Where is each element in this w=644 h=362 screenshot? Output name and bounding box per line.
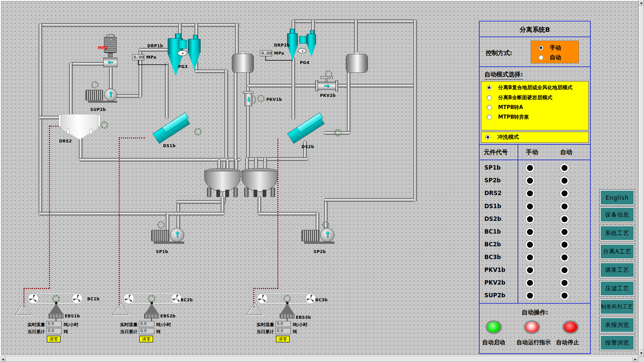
scroll-left-icon[interactable]: ◀ [0, 357, 6, 362]
flush-mode-radio[interactable] [485, 135, 490, 140]
pg3-valve-block[interactable] [178, 40, 187, 49]
nav-button-system-process[interactable]: 系统工艺 [600, 225, 635, 241]
auto-mode-option-1[interactable]: 分离B全断面硬岩层模式 [498, 95, 552, 101]
scale-funnel-icon [280, 304, 294, 314]
auto-radio-label[interactable]: 自动 [550, 54, 561, 61]
trace-line [119, 137, 120, 307]
sup2b-motor[interactable] [86, 90, 103, 101]
scroll-up-icon[interactable]: ▲ [639, 0, 644, 6]
pipe [292, 20, 417, 23]
drs2-tank[interactable] [61, 114, 98, 129]
pg4-valve[interactable] [298, 48, 307, 53]
nav-button-filter-press[interactable]: 压滤工艺 [600, 281, 635, 296]
hopper-icon [112, 302, 130, 316]
cyclone1b-body[interactable] [188, 39, 201, 53]
pg3-valve[interactable] [177, 50, 187, 56]
belt-line [262, 294, 311, 294]
auto-indicator [560, 291, 569, 300]
horizontal-scrollbar[interactable]: ◀ ▶ [0, 356, 638, 362]
auto-indicator [560, 164, 569, 172]
table-header-component: 元件代号 [484, 148, 508, 156]
pg4-valve-block[interactable] [299, 36, 307, 44]
tank1[interactable] [232, 54, 254, 73]
auto-mode-radio-1[interactable] [487, 95, 492, 100]
auto-mode-option-2[interactable]: MTPB转A [498, 104, 523, 111]
vertical-scrollbar[interactable]: ▲ ▼ [638, 0, 644, 356]
pipe [39, 23, 239, 26]
ds1b-label: DS1b [163, 143, 176, 148]
status-ring [52, 295, 60, 302]
sup2b-label: SUP2b [90, 107, 106, 112]
flow-label: 实时流量 [120, 322, 138, 328]
pipe [114, 95, 141, 98]
pipe [247, 105, 250, 161]
scale-drop-line [287, 318, 287, 321]
auto-operation-label: 自动操作: [480, 308, 590, 316]
clear-button[interactable]: 清零 [47, 336, 60, 342]
pkv2b-arrow-icon: → [324, 81, 330, 89]
auto-radio[interactable] [538, 55, 543, 60]
nav-button-english[interactable]: English [600, 190, 635, 205]
clear-button[interactable]: 清零 [140, 336, 153, 342]
pipe [355, 20, 358, 55]
auto-mode-option-0[interactable]: 分离B复合地层或全风化地层模式 [498, 84, 572, 91]
flow-value-field: 0.0 [46, 321, 62, 327]
tank2[interactable] [346, 54, 368, 73]
nav-button-report-view[interactable]: 表报浏览 [600, 317, 635, 333]
auto-stop-lamp[interactable] [563, 321, 578, 334]
pipe [234, 72, 237, 171]
total-unit: 吨 [293, 329, 297, 335]
conveyor-pulley-icon [305, 293, 316, 304]
auto-indicator [560, 253, 569, 262]
auto-mode-radio-0[interactable] [487, 85, 492, 90]
tank-leg [216, 190, 220, 197]
pipe [168, 212, 224, 215]
bc3b-label: BC3b [315, 298, 328, 302]
auto-indicator [560, 279, 569, 287]
manual-radio[interactable] [538, 45, 543, 50]
status-ring [91, 81, 99, 88]
mp2-valve-arrow-icon: ← [108, 58, 113, 66]
sp2b-label: SP2b [314, 249, 326, 254]
flush-mode-label[interactable]: 冲洗模式 [497, 134, 519, 141]
belt-line [33, 294, 77, 294]
scale-base [144, 313, 159, 318]
scroll-down-icon[interactable]: ▼ [639, 351, 644, 356]
pipe [165, 63, 168, 119]
pipe [79, 138, 82, 159]
clear-button[interactable]: 清零 [276, 336, 289, 342]
sp2b-motor[interactable] [302, 230, 320, 241]
auto-start-lamp[interactable] [486, 321, 501, 334]
scale-funnel-icon [145, 304, 158, 314]
horizontal-scroll-thumb[interactable] [6, 357, 633, 362]
nav-button-slurry-mixing[interactable]: 调浆工艺 [600, 262, 635, 278]
nav-button-slurry-agent[interactable]: 制浆药剂工艺 [600, 299, 635, 315]
auto-mode-radio-3[interactable] [487, 115, 492, 120]
status-ring [148, 295, 155, 302]
drs2-leg [90, 129, 92, 134]
pipe [235, 23, 238, 54]
tank-leg [263, 190, 266, 197]
pkv1b-label: PKV1b [266, 97, 282, 102]
sp1b-label: SP1b [156, 249, 168, 254]
nav-button-separation-a[interactable]: 分离A工艺 [600, 244, 635, 259]
table-row-label: BC2b [484, 241, 501, 248]
status-ring [101, 121, 108, 129]
scroll-right-icon[interactable]: ▶ [633, 357, 638, 362]
auto-mode-option-3[interactable]: MTPB转弃浆 [498, 114, 529, 120]
total-value-field: 0.0 [139, 328, 154, 334]
manual-radio-label[interactable]: 手动 [550, 44, 561, 52]
pipe [304, 141, 307, 160]
nav-button-device-info[interactable]: 设备信息 [600, 207, 635, 223]
pipe [39, 23, 42, 215]
sp1b-motor[interactable] [151, 230, 169, 241]
nav-button-alarm-view[interactable]: 报警浏览 [600, 335, 635, 351]
auto-running-label: 自动运行指示 [517, 339, 551, 346]
auto-mode-radio-2[interactable] [487, 105, 492, 110]
pipe [177, 200, 226, 203]
pkv1b-handwheel[interactable] [253, 96, 256, 104]
vertical-scroll-thumb[interactable] [639, 6, 644, 350]
flow-value-field: 0.0 [139, 321, 154, 327]
pkv2b-label: PKV2b [320, 93, 336, 98]
cyclone2b-body[interactable] [307, 34, 316, 45]
